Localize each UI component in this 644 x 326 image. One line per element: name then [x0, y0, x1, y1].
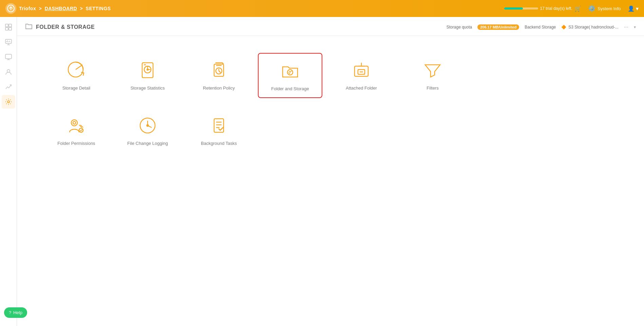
menu-item-storage-statistics[interactable]: Storage Statistics	[115, 53, 180, 98]
cart-icon[interactable]: 🛒	[574, 5, 581, 12]
svg-rect-3	[5, 27, 8, 30]
svg-point-37	[71, 120, 77, 126]
page-header: FOLDER & STORAGE Storage quota 206.17 MB…	[17, 17, 644, 36]
breadcrumb: Triofox > DASHBOARD > SETTINGS	[19, 6, 111, 11]
storage-statistics-icon	[136, 58, 159, 82]
breadcrumb-settings: SETTINGS	[86, 6, 111, 11]
main-layout: FOLDER & STORAGE Storage quota 206.17 MB…	[0, 17, 644, 326]
system-info-button[interactable]: ⚙️ System Info	[588, 5, 621, 12]
folder-permissions-label: Folder Permissions	[57, 141, 95, 147]
svg-point-17	[7, 101, 10, 103]
storage-detail-icon	[64, 58, 88, 82]
folder-title-icon	[25, 22, 33, 32]
page-title: FOLDER & STORAGE	[36, 24, 95, 30]
header-left: Triofox > DASHBOARD > SETTINGS	[5, 3, 111, 14]
folder-and-storage-label: Folder and Storage	[271, 86, 309, 92]
storage-detail-label: Storage Detail	[62, 85, 90, 91]
file-change-logging-label: File Change Logging	[127, 141, 168, 147]
background-tasks-icon	[207, 114, 231, 137]
storage-statistics-label: Storage Statistics	[130, 85, 165, 91]
attached-folder-label: Attached Folder	[346, 85, 377, 91]
menu-item-file-change-logging[interactable]: File Change Logging	[115, 108, 180, 152]
svg-rect-1	[5, 24, 8, 27]
trial-progress-fill	[504, 7, 523, 9]
svg-point-16	[7, 70, 10, 72]
backend-storage-value: S3 Storage( hadroncloud-...	[568, 25, 618, 30]
attached-folder-icon	[349, 58, 373, 82]
trial-info: 17 trial day(s) left. 🛒	[504, 5, 581, 12]
breadcrumb-brand: Triofox	[19, 6, 36, 11]
menu-item-filters[interactable]: Filters	[400, 53, 465, 98]
background-tasks-label: Background Tasks	[201, 141, 237, 147]
menu-grid: Storage Detail Storage Statistics	[17, 36, 492, 169]
svg-point-38	[73, 121, 76, 124]
sidebar-item-dashboard[interactable]	[2, 20, 15, 34]
system-info-label: System Info	[598, 6, 621, 11]
retention-policy-label: Retention Policy	[203, 85, 235, 91]
backend-storage-info: 🔶 S3 Storage( hadroncloud-...	[561, 25, 618, 30]
retention-policy-icon	[207, 58, 231, 82]
filters-label: Filters	[427, 85, 438, 91]
svg-rect-2	[9, 24, 12, 27]
trial-text: 17 trial day(s) left.	[540, 6, 572, 11]
s3-icon: 🔶	[561, 25, 566, 30]
svg-rect-13	[5, 54, 12, 59]
filters-icon	[421, 58, 444, 82]
sidebar-item-monitor[interactable]	[2, 35, 15, 49]
user-menu-icon[interactable]: 👤 ▾	[628, 5, 639, 12]
svg-line-29	[219, 71, 221, 73]
menu-item-background-tasks[interactable]: Background Tasks	[187, 108, 251, 152]
folder-and-storage-icon	[278, 59, 302, 83]
storage-quota-label: Storage quota	[447, 25, 472, 30]
sidebar	[0, 17, 17, 326]
file-change-logging-icon	[136, 114, 159, 137]
header-right: 17 trial day(s) left. 🛒 ⚙️ System Info 👤…	[504, 5, 639, 12]
svg-rect-4	[9, 27, 12, 30]
sidebar-item-desktop[interactable]	[2, 50, 15, 64]
help-label: Help	[13, 310, 22, 315]
trial-progress-bar	[504, 7, 538, 9]
help-button[interactable]: ? Help	[4, 307, 27, 318]
content-area: FOLDER & STORAGE Storage quota 206.17 MB…	[17, 17, 644, 326]
svg-point-43	[147, 124, 149, 126]
dropdown-arrow-icon[interactable]: ▾	[634, 25, 636, 30]
svg-rect-32	[355, 66, 368, 76]
page-title-area: FOLDER & STORAGE	[25, 22, 95, 32]
settings-gear-icon: ⚙️	[588, 5, 595, 12]
menu-item-storage-detail[interactable]: Storage Detail	[44, 53, 109, 98]
menu-item-folder-permissions[interactable]: Folder Permissions	[44, 108, 109, 152]
page-header-right: Storage quota 206.17 MB/Unlimited Backen…	[447, 24, 636, 30]
sidebar-item-settings[interactable]	[2, 95, 15, 109]
more-options-button[interactable]: ···	[624, 24, 628, 30]
svg-point-24	[147, 69, 148, 70]
sidebar-item-analytics[interactable]	[2, 80, 15, 94]
menu-item-retention-policy[interactable]: Retention Policy	[187, 53, 251, 98]
app-logo[interactable]	[5, 3, 16, 14]
sidebar-item-users[interactable]	[2, 65, 15, 79]
app-header: Triofox > DASHBOARD > SETTINGS 17 trial …	[0, 0, 644, 17]
svg-line-19	[76, 65, 82, 70]
breadcrumb-dashboard[interactable]: DASHBOARD	[45, 6, 77, 11]
svg-rect-44	[214, 119, 224, 132]
help-icon: ?	[9, 310, 11, 315]
menu-item-attached-folder[interactable]: Attached Folder	[329, 53, 394, 98]
menu-item-folder-and-storage[interactable]: Folder and Storage	[258, 53, 322, 98]
storage-quota-badge: 206.17 MB/Unlimited	[477, 24, 519, 30]
backend-storage-label: Backend Storage	[525, 25, 556, 30]
folder-permissions-icon	[64, 114, 88, 137]
